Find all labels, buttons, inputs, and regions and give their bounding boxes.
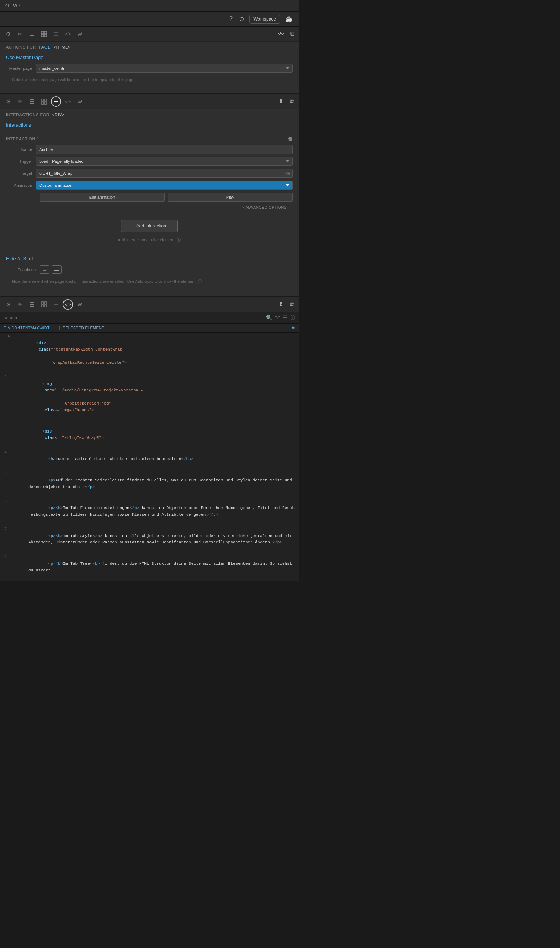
enable-on-label: Enable on	[6, 267, 40, 272]
interaction-1-label: INTERACTION 1	[6, 137, 39, 141]
actions-panel-header: ACTIONS FOR Page <html>	[0, 42, 298, 51]
svg-rect-9	[54, 35, 58, 36]
edit-play-buttons: Edit animation Play	[40, 193, 293, 202]
svg-rect-20	[30, 302, 34, 303]
line-arrow-1[interactable]: ▶	[8, 334, 12, 339]
add-interaction-button[interactable]: + Add interaction	[121, 220, 178, 232]
master-page-title[interactable]: Use Master Page	[6, 54, 293, 60]
info-icon[interactable]: ⓘ	[290, 314, 295, 321]
svg-rect-28	[54, 304, 58, 305]
title-bar: or - WP	[0, 0, 298, 12]
zoom-button[interactable]: ⊕	[238, 14, 246, 24]
interaction-name-input[interactable]	[36, 145, 293, 154]
tab-tree-int[interactable]	[27, 96, 37, 107]
interaction-trigger-select[interactable]: Load - Page fully loaded	[36, 157, 293, 166]
svg-rect-21	[30, 304, 34, 305]
filter-icon[interactable]: ⌥	[274, 314, 280, 321]
expand-icon-int[interactable]: ⧉	[289, 97, 296, 106]
search-icon[interactable]: 🔍	[266, 314, 272, 321]
interaction-target-label: Target	[6, 171, 36, 176]
interaction-target-input[interactable]	[36, 169, 293, 178]
menu-icon[interactable]: ☰	[283, 314, 288, 321]
tab-settings-int[interactable]: ⚙	[3, 96, 14, 107]
svg-rect-11	[30, 101, 34, 102]
profile-button[interactable]: ☕	[284, 14, 294, 24]
line-arrow-7	[8, 526, 12, 532]
line-content-3: <div class="TxtImgTextWrapR">	[17, 422, 298, 448]
interaction-animation-select[interactable]: Custom animation	[36, 181, 293, 190]
tab-code-int[interactable]: </>	[63, 96, 73, 107]
expand-icon-code[interactable]: ⧉	[289, 299, 296, 309]
actions-panel: ⚙ ✏ </> W 👁 ⧉ ACTIONS FOR Page <html> Us…	[0, 26, 298, 94]
tab-code-actions[interactable]: </>	[63, 29, 73, 39]
enable-on-row: Enable on ▭ ▬	[6, 265, 293, 274]
breadcrumb-path[interactable]: DIV.CONTENTMAXWIDTH... | SELECTED ELEMEN…	[4, 326, 104, 330]
interaction-name-label: Name	[6, 147, 36, 152]
code-search-input[interactable]	[4, 315, 263, 321]
line-number-4: 4	[2, 450, 8, 456]
tab-interactions-int[interactable]	[39, 96, 49, 107]
master-page-hint: Select which master page will be used as…	[6, 76, 293, 86]
interaction-animation-row: Animation Custom animation	[6, 181, 293, 190]
tab-wp-actions[interactable]: W	[75, 29, 85, 39]
pin-icon[interactable]: ⚑	[292, 326, 295, 330]
line-content-6: <p><b>Im Tab Elementeinstellungen</b> ka…	[17, 499, 298, 525]
expand-icon-actions[interactable]: ⧉	[289, 29, 296, 39]
target-icon[interactable]: ⊙	[286, 170, 291, 176]
interaction-target-row: Target ⊙	[6, 169, 293, 178]
line-content-8: <p><b>Im Tab Tree</b> findest du die HTM…	[17, 554, 298, 580]
interactions-section-title[interactable]: Interactions	[6, 122, 293, 128]
desktop-icon[interactable]: ▭	[40, 265, 49, 274]
monitor-icon[interactable]: ▬	[52, 265, 62, 274]
edit-animation-button[interactable]: Edit animation	[40, 193, 165, 202]
master-page-label: Master page	[6, 66, 36, 71]
tab-wp-int[interactable]: W	[75, 96, 85, 107]
code-line-3: 3 <div class="TxtImgTextWrapR">	[0, 421, 298, 449]
help-button[interactable]: ?	[228, 14, 234, 24]
tab-list-int[interactable]	[51, 96, 61, 107]
svg-rect-15	[42, 102, 44, 104]
line-content-2: <img src="../media/Pinegrow-Projekt-Vors…	[17, 374, 298, 420]
workspace-button[interactable]: Workspace	[249, 15, 280, 23]
tab-list-code[interactable]	[51, 299, 61, 310]
tab-list-actions[interactable]	[51, 29, 61, 39]
tab-bar-right-code: 👁 ⧉	[277, 299, 296, 309]
interaction-trigger-row: Trigger Load - Page fully loaded	[6, 157, 293, 166]
tab-interactions-code[interactable]	[39, 299, 49, 310]
tab-code-code[interactable]: </>	[63, 299, 73, 310]
svg-rect-17	[54, 100, 58, 100]
eye-icon-code[interactable]: 👁	[277, 299, 286, 309]
tab-tree-actions[interactable]	[27, 29, 37, 39]
tab-paint-int[interactable]: ✏	[15, 96, 25, 107]
tab-settings-code[interactable]: ⚙	[3, 299, 14, 310]
svg-rect-3	[42, 31, 44, 34]
svg-rect-27	[54, 302, 58, 303]
tab-interactions-actions[interactable]	[39, 29, 49, 39]
master-page-select[interactable]: master_de.html	[36, 64, 293, 73]
svg-rect-19	[54, 103, 58, 103]
tab-tree-code[interactable]	[27, 299, 37, 310]
line-number-6: 6	[2, 499, 8, 505]
line-number-5: 5	[2, 471, 8, 476]
code-panel: ⚙ ✏ </> W 👁 ⧉ 🔍 ⌥ ☰ ⓘ DIV.CONTENTMAXWIDT…	[0, 297, 298, 581]
eye-icon-int[interactable]: 👁	[277, 97, 286, 106]
tab-paint-actions[interactable]: ✏	[15, 29, 25, 39]
tab-wp-code[interactable]: W	[75, 299, 85, 310]
play-button[interactable]: Play	[168, 193, 293, 202]
hide-at-start-hint: Hide the element when page loads, if int…	[6, 277, 293, 288]
tab-paint-code[interactable]: ✏	[15, 299, 25, 310]
tab-settings-actions[interactable]: ⚙	[3, 29, 14, 39]
svg-rect-25	[42, 305, 44, 307]
divider-1	[6, 249, 293, 249]
target-field-wrapper: ⊙	[36, 169, 293, 178]
master-page-row: Master page master_de.html	[6, 64, 293, 73]
hide-at-start-title[interactable]: Hide At Start	[6, 256, 293, 262]
interactions-panel-header: INTERACTIONS FOR <div>	[0, 109, 298, 119]
line-number-2: 2	[2, 374, 8, 380]
code-editor[interactable]: 1 ▶ <div class="ContentMaxWidth ContentW…	[0, 333, 298, 581]
eye-icon-actions[interactable]: 👁	[277, 29, 286, 39]
advanced-options-link[interactable]: > ADVANCED OPTIONS	[6, 204, 293, 213]
line-arrow-5	[8, 471, 12, 476]
breadcrumb-separator: |	[59, 326, 61, 330]
delete-interaction-button[interactable]: 🗑	[288, 136, 293, 142]
